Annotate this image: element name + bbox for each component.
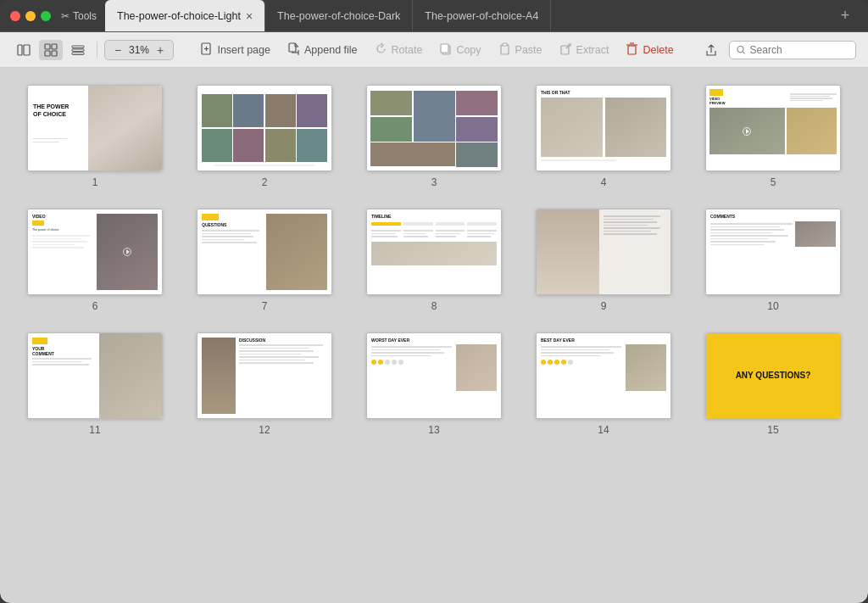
slide-num-1: 1 xyxy=(92,176,98,188)
slide-item-4[interactable]: THIS OR THAT 4 xyxy=(526,85,682,188)
tab-light[interactable]: The-power-of-choice-Light × xyxy=(105,0,265,31)
svg-rect-0 xyxy=(18,45,22,55)
slide-item-12[interactable]: DISCUSSION 12 xyxy=(186,332,342,436)
slide-num-9: 9 xyxy=(601,300,607,312)
toolbar-right xyxy=(700,39,856,61)
tab-a4[interactable]: The-power-of-choice-A4 xyxy=(413,0,551,31)
slide-thumb-9 xyxy=(536,209,671,295)
append-file-button[interactable]: Append file xyxy=(287,42,358,58)
svg-point-23 xyxy=(737,46,743,52)
main-window: ✂ Tools The-power-of-choice-Light × The-… xyxy=(0,0,868,603)
tab-a4-label: The-power-of-choice-A4 xyxy=(425,10,538,22)
slide-thumb-11: YOURCOMMENT xyxy=(27,332,163,419)
divider xyxy=(97,42,97,59)
slide-item-1[interactable]: THE POWEROF CHOICE 1 xyxy=(17,85,173,188)
extract-label: Extract xyxy=(576,44,609,56)
extract-button[interactable]: Extract xyxy=(559,42,609,58)
slide-item-3[interactable]: 3 xyxy=(356,85,512,188)
slide-item-7[interactable]: QUESTIONS 7 xyxy=(186,209,342,312)
view-list-button[interactable] xyxy=(66,40,90,60)
slide-item-11[interactable]: YOURCOMMENT 11 xyxy=(17,332,173,436)
toolbar: − 31% + Insert page xyxy=(0,32,868,68)
slide-item-10[interactable]: COMMENTS xyxy=(695,209,851,312)
append-file-icon xyxy=(287,42,300,58)
maximize-button[interactable] xyxy=(41,11,51,21)
slide-thumb-1: THE POWEROF CHOICE xyxy=(27,85,163,171)
slide-num-6: 6 xyxy=(92,300,98,312)
paste-label: Paste xyxy=(515,44,542,56)
tab-bar: The-power-of-choice-Light × The-power-of… xyxy=(105,0,858,31)
svg-rect-3 xyxy=(52,44,57,49)
tab-light-label: The-power-of-choice-Light xyxy=(117,10,241,22)
tab-dark[interactable]: The-power-of-choice-Dark xyxy=(265,0,413,31)
search-input[interactable] xyxy=(750,44,849,56)
slide-item-5[interactable]: VIDEOPREVIEW xyxy=(695,85,851,188)
share-button[interactable] xyxy=(700,39,722,61)
slide-num-11: 11 xyxy=(89,424,100,436)
copy-button[interactable]: Copy xyxy=(439,42,481,58)
insert-page-label: Insert page xyxy=(217,44,270,56)
slide-thumb-14: BEST DAY EVER xyxy=(536,332,671,419)
slide-thumb-4: THIS OR THAT xyxy=(536,85,671,171)
rotate-icon xyxy=(375,42,387,58)
slide-item-2[interactable]: 2 xyxy=(186,85,342,188)
svg-line-24 xyxy=(743,52,744,53)
rotate-button[interactable]: Rotate xyxy=(375,42,423,58)
slide-item-13[interactable]: WORST DAY EVER xyxy=(356,332,512,436)
zoom-minus-button[interactable]: − xyxy=(110,42,125,58)
titlebar: ✂ Tools The-power-of-choice-Light × The-… xyxy=(0,0,868,32)
slide-item-9[interactable]: 9 xyxy=(526,209,682,312)
tab-light-close[interactable]: × xyxy=(246,10,253,22)
slide-item-15[interactable]: ANY QUESTIONS? 15 xyxy=(695,332,851,436)
svg-rect-7 xyxy=(72,49,84,52)
minimize-button[interactable] xyxy=(25,11,36,21)
view-sidebar-button[interactable] xyxy=(12,40,36,60)
slide-thumb-13: WORST DAY EVER xyxy=(366,332,502,419)
zoom-control: − 31% + xyxy=(104,40,174,60)
rotate-label: Rotate xyxy=(392,44,423,56)
svg-rect-2 xyxy=(45,44,50,49)
close-button[interactable] xyxy=(10,11,20,21)
delete-button[interactable]: Delete xyxy=(626,42,673,58)
slide-item-6[interactable]: VIDEO The power of choice xyxy=(17,209,173,312)
search-icon xyxy=(737,45,746,55)
slide-num-8: 8 xyxy=(431,300,437,312)
zoom-plus-button[interactable]: + xyxy=(153,42,168,58)
zoom-value: 31% xyxy=(129,44,149,56)
slide-num-2: 2 xyxy=(262,176,268,188)
paste-icon xyxy=(498,42,511,58)
slide-item-14[interactable]: BEST DAY EVER xyxy=(526,332,682,436)
slide-num-5: 5 xyxy=(771,176,776,188)
insert-page-button[interactable]: Insert page xyxy=(200,42,270,58)
paste-button[interactable]: Paste xyxy=(498,42,542,58)
insert-page-icon xyxy=(200,42,213,58)
svg-rect-8 xyxy=(72,53,84,55)
slide-item-8[interactable]: TIMELINE xyxy=(356,209,512,312)
svg-rect-17 xyxy=(501,45,509,54)
slide-num-15: 15 xyxy=(767,424,778,436)
delete-icon xyxy=(626,42,638,58)
toolbar-center: Insert page Append file xyxy=(175,42,698,58)
main-content[interactable]: THE POWEROF CHOICE 1 xyxy=(0,68,868,603)
svg-rect-20 xyxy=(628,46,636,54)
search-box[interactable] xyxy=(729,41,856,59)
slide-thumb-3 xyxy=(366,85,502,171)
slide-num-13: 13 xyxy=(428,424,439,436)
svg-rect-16 xyxy=(441,44,448,53)
copy-label: Copy xyxy=(456,44,481,56)
view-grid-button[interactable] xyxy=(39,40,63,60)
scissors-icon: ✂ xyxy=(61,10,70,22)
add-tab-button[interactable]: + xyxy=(832,0,858,31)
tools-label: Tools xyxy=(73,10,97,22)
copy-icon xyxy=(439,42,452,58)
toolbar-left: − 31% + xyxy=(12,40,174,60)
append-file-label: Append file xyxy=(304,44,358,56)
slide-thumb-5: VIDEOPREVIEW xyxy=(705,85,841,171)
traffic-lights xyxy=(10,11,51,21)
tools-menu[interactable]: ✂ Tools xyxy=(61,10,97,22)
svg-rect-6 xyxy=(72,46,84,48)
slide-thumb-2 xyxy=(197,85,332,171)
slide-num-10: 10 xyxy=(767,300,778,312)
slide-thumb-7: QUESTIONS xyxy=(197,209,332,295)
slide-thumb-15: ANY QUESTIONS? xyxy=(705,332,841,419)
